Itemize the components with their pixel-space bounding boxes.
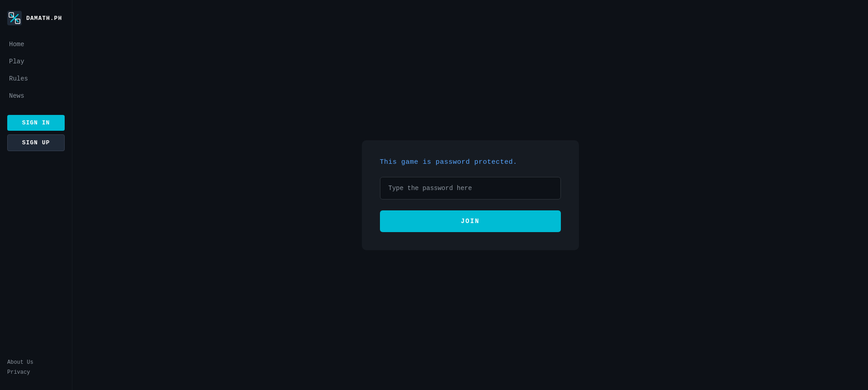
footer-links: About Us Privacy [0, 352, 72, 383]
sidebar-item-rules[interactable]: Rules [7, 71, 65, 87]
nav-links: Home Play Rules News [0, 36, 72, 104]
logo-icon [7, 11, 22, 25]
sidebar-item-home[interactable]: Home [7, 36, 65, 52]
signup-button[interactable]: SIGN UP [7, 134, 65, 151]
sidebar: DAMATH.PH Home Play Rules News SIGN IN S… [0, 0, 72, 390]
join-button[interactable]: JOIN [380, 210, 561, 232]
main-content: This game is password protected. JOIN [72, 0, 868, 390]
password-input[interactable] [380, 177, 561, 200]
sidebar-item-news[interactable]: News [7, 88, 65, 104]
logo-area: DAMATH.PH [0, 7, 72, 36]
logo-text: DAMATH.PH [26, 15, 62, 22]
auth-buttons: SIGN IN SIGN UP [0, 108, 72, 158]
modal-title: This game is password protected. [380, 158, 561, 166]
signin-button[interactable]: SIGN IN [7, 115, 65, 131]
password-modal: This game is password protected. JOIN [362, 140, 579, 250]
about-us-link[interactable]: About Us [7, 359, 65, 366]
sidebar-item-play[interactable]: Play [7, 53, 65, 70]
privacy-link[interactable]: Privacy [7, 369, 65, 376]
